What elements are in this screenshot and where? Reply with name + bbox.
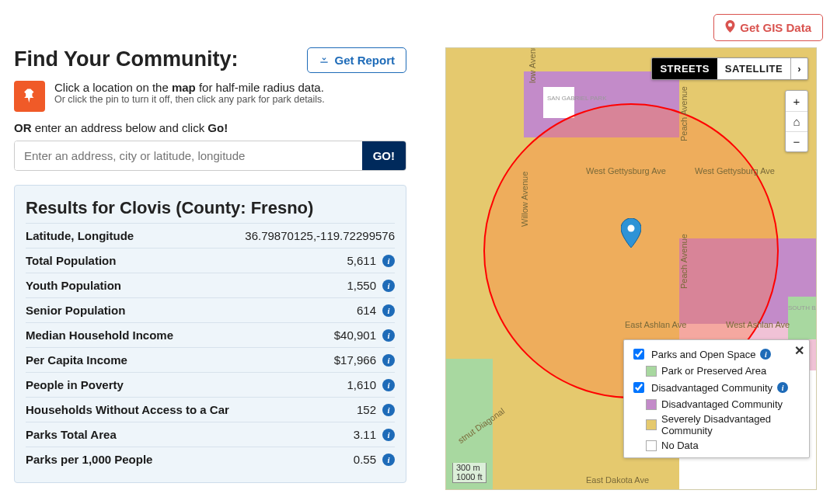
results-row-label: Households Without Access to a Car (26, 403, 357, 416)
info-icon[interactable]: i (382, 404, 395, 416)
results-row: Latitude, Longitude36.79870125,-119.7229… (26, 223, 395, 248)
results-row: Households Without Access to a Car152i (26, 397, 395, 422)
legend-close-button[interactable]: ✕ (794, 343, 804, 358)
pin-hint-sub: Or click the pin to turn it off, then cl… (54, 94, 325, 105)
pushpin-icon (23, 88, 37, 105)
zoom-control: + ⌂ − (785, 90, 808, 152)
info-icon[interactable]: i (382, 304, 395, 317)
legend-panel: ✕ Parks and Open Space i Park or Preserv… (623, 339, 810, 458)
legend-swatch (646, 399, 657, 410)
results-row: Median Household Income$40,901i (26, 322, 395, 347)
results-row: Parks Total Area3.11i (26, 422, 395, 447)
results-row-label: Latitude, Longitude (26, 229, 245, 242)
map-type-control: STREETS SATELLITE › (651, 57, 808, 80)
results-row: Youth Population1,550i (26, 273, 395, 297)
results-panel: Results for Clovis (County: Fresno) Lati… (14, 185, 406, 483)
road-label: East Dakota Ave (586, 475, 649, 485)
search-bar: GO! (14, 141, 406, 171)
results-row: Total Population5,611i (26, 248, 395, 273)
results-row-value: 0.55 (354, 453, 376, 466)
road-label: Willow Avenue (520, 172, 529, 227)
results-row-value: $17,966 (334, 353, 376, 367)
info-icon[interactable]: i (382, 255, 395, 267)
map-scale: 300 m 1000 ft (452, 463, 487, 483)
pin-icon (725, 20, 735, 35)
svg-point-0 (628, 225, 635, 232)
zoom-in-button[interactable]: + (786, 91, 807, 111)
park-label: SAN GABRIEL PARK (547, 95, 606, 102)
results-row-value: 152 (357, 403, 376, 416)
results-row: Parks per 1,000 People0.55i (26, 447, 395, 471)
legend-group-label: Parks and Open Space (651, 349, 755, 360)
info-icon[interactable]: i (777, 382, 788, 393)
info-icon[interactable]: i (382, 329, 395, 342)
legend-item-label: No Data (661, 440, 699, 451)
legend-item-label: Park or Preserved Area (661, 365, 766, 377)
page-title: Find Your Community: (14, 47, 238, 71)
results-row-label: Senior Population (26, 304, 357, 317)
results-row-label: Parks Total Area (26, 428, 354, 441)
results-title: Results for Clovis (County: Fresno) (26, 198, 395, 218)
legend-item: Disadvantaged Community (630, 397, 803, 412)
legend-item: Park or Preserved Area (630, 363, 803, 378)
map-type-expand[interactable]: › (790, 58, 807, 79)
results-row-label: Per Capita Income (26, 353, 334, 367)
pin-hint-main: Click a location on the map for half-mil… (54, 81, 325, 94)
chevron-right-icon: › (797, 63, 801, 75)
pin-toggle-button[interactable] (14, 81, 45, 112)
results-row: People in Poverty1,610i (26, 372, 395, 397)
map-type-satellite[interactable]: SATELLITE (717, 58, 790, 79)
road-label: West Ashlan Ave (726, 320, 790, 329)
results-row-value: $40,901 (334, 328, 376, 342)
legend-checkbox-parks[interactable] (633, 349, 644, 360)
get-gis-data-label: Get GIS Data (740, 21, 811, 34)
get-gis-data-button[interactable]: Get GIS Data (713, 14, 823, 41)
results-row: Senior Population614i (26, 297, 395, 322)
results-row-value: 1,610 (347, 378, 376, 391)
go-button[interactable]: GO! (362, 141, 406, 170)
road-label: Peach Avenue (679, 86, 689, 141)
zoom-out-button[interactable]: − (786, 131, 807, 151)
zoom-home-button[interactable]: ⌂ (786, 111, 807, 131)
legend-item-label: Disadvantaged Community (661, 398, 783, 410)
info-icon[interactable]: i (382, 429, 395, 441)
legend-item-label: Severely Disadvantaged Community (661, 413, 803, 436)
info-icon[interactable]: i (760, 349, 771, 360)
legend-swatch (646, 366, 657, 377)
results-row-value: 5,611 (347, 254, 376, 267)
map-type-streets[interactable]: STREETS (652, 58, 717, 79)
road-label: East Ashlan Ave (625, 320, 686, 329)
results-row-label: Parks per 1,000 People (26, 453, 354, 466)
park-label: SOUTH BASIN (788, 304, 817, 311)
results-row-label: Youth Population (26, 279, 347, 292)
zone-nodata (543, 87, 574, 118)
info-icon[interactable]: i (382, 379, 395, 391)
legend-item: No Data (630, 438, 803, 453)
legend-group-label: Disadvantaged Community (651, 382, 772, 394)
legend-checkbox-dac[interactable] (633, 382, 644, 393)
road-label: West Gettysburg Ave (695, 166, 775, 176)
zone-park (788, 297, 817, 339)
info-icon[interactable]: i (382, 354, 395, 367)
get-report-label: Get Report (334, 54, 395, 67)
download-icon (319, 54, 330, 67)
info-icon[interactable]: i (382, 454, 395, 466)
legend-item: Severely Disadvantaged Community (630, 412, 803, 438)
map[interactable]: West Gettysburg Ave West Gettysburg Ave … (445, 47, 817, 490)
results-row-label: Median Household Income (26, 328, 334, 342)
results-row-value: 36.79870125,-119.72299576 (245, 229, 395, 242)
results-row-value: 3.11 (354, 428, 376, 441)
info-icon[interactable]: i (382, 280, 395, 292)
get-report-button[interactable]: Get Report (307, 47, 406, 73)
results-row-label: People in Poverty (26, 378, 347, 391)
results-row-label: Total Population (26, 254, 347, 267)
results-row-value: 1,550 (347, 279, 376, 292)
results-row-value: 614 (357, 304, 376, 317)
home-icon: ⌂ (793, 115, 800, 128)
address-input[interactable] (15, 141, 362, 170)
road-label: Peach Avenue (679, 234, 689, 289)
road-label: low Avenue (528, 47, 537, 83)
results-row: Per Capita Income$17,966i (26, 347, 395, 372)
road-label: West Gettysburg Ave (586, 166, 666, 176)
map-marker[interactable] (621, 218, 641, 251)
